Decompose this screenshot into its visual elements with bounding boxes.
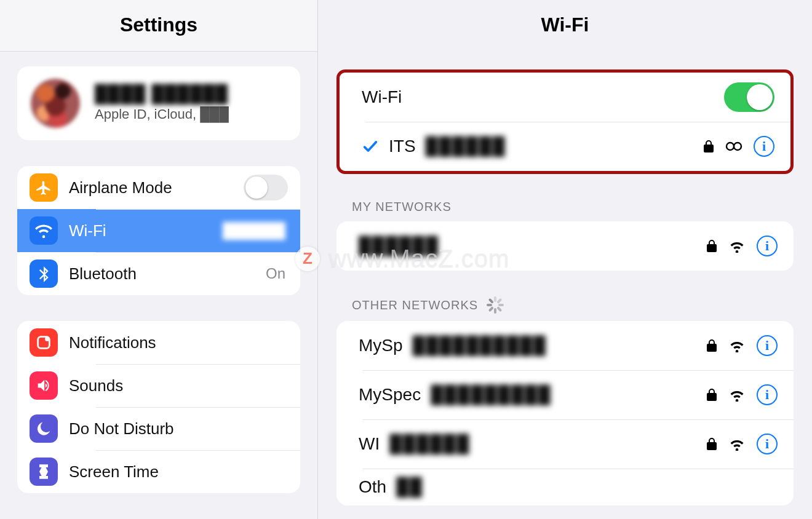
network-prefix: Oth bbox=[359, 477, 386, 497]
network-row[interactable]: MySpec█████████ i bbox=[336, 370, 794, 419]
wifi-signal-icon bbox=[728, 339, 746, 352]
wifi-icon bbox=[30, 216, 58, 245]
sounds-icon bbox=[30, 371, 58, 400]
bluetooth-value: On bbox=[266, 265, 285, 282]
info-button[interactable]: i bbox=[757, 434, 778, 454]
group-connectivity: Airplane Mode Wi-Fi ██████ Bluetooth On bbox=[17, 166, 300, 295]
account-name: ████ ██████ bbox=[95, 84, 229, 104]
detail-title: Wi-Fi bbox=[318, 0, 812, 51]
lock-icon bbox=[706, 239, 717, 253]
checkmark-icon bbox=[362, 138, 379, 155]
network-row[interactable]: ██████ i bbox=[336, 221, 794, 271]
network-prefix: WI bbox=[359, 434, 380, 454]
connected-name-rest: ██████ bbox=[426, 137, 506, 156]
wifi-signal-icon bbox=[728, 388, 746, 402]
user-avatar bbox=[31, 79, 80, 128]
dnd-label: Do Not Disturb bbox=[69, 419, 288, 438]
network-prefix: MySp bbox=[359, 336, 403, 355]
lock-icon bbox=[706, 437, 717, 451]
row-bluetooth[interactable]: Bluetooth On bbox=[17, 252, 300, 295]
row-airplane-mode[interactable]: Airplane Mode bbox=[17, 166, 300, 209]
network-rest: ██████████ bbox=[413, 336, 547, 355]
lock-icon bbox=[703, 140, 714, 153]
network-name: ██████ bbox=[359, 236, 439, 256]
row-notifications[interactable]: Notifications bbox=[17, 321, 300, 364]
row-do-not-disturb[interactable]: Do Not Disturb bbox=[17, 407, 300, 450]
airplane-label: Airplane Mode bbox=[69, 178, 233, 197]
account-card[interactable]: ████ ██████ Apple ID, iCloud, ███ bbox=[17, 66, 300, 140]
info-button[interactable]: i bbox=[757, 335, 778, 356]
my-networks-header: MY NETWORKS bbox=[352, 200, 812, 214]
account-sub: Apple ID, iCloud, ███ bbox=[95, 106, 229, 122]
bluetooth-icon bbox=[30, 260, 58, 288]
wifi-label: Wi-Fi bbox=[69, 221, 212, 240]
notifications-label: Notifications bbox=[69, 333, 288, 352]
info-button[interactable]: i bbox=[757, 384, 778, 405]
network-row[interactable]: MySp██████████ i bbox=[336, 321, 794, 370]
notifications-icon bbox=[30, 328, 58, 357]
wifi-signal-icon bbox=[728, 239, 746, 253]
other-networks-header: OTHER NETWORKS bbox=[352, 296, 812, 314]
sidebar-title: Settings bbox=[0, 0, 317, 52]
moon-icon bbox=[30, 414, 58, 443]
chain-icon bbox=[725, 140, 742, 153]
svg-point-1 bbox=[45, 336, 49, 341]
network-rest: ██████ bbox=[389, 434, 470, 454]
wifi-toggle-row[interactable]: Wi-Fi bbox=[340, 73, 790, 122]
network-prefix: MySpec bbox=[359, 385, 421, 405]
settings-sidebar: Settings ████ ██████ Apple ID, iCloud, █… bbox=[0, 0, 318, 519]
info-button[interactable]: i bbox=[754, 136, 774, 157]
wifi-detail-pane: Wi-Fi Wi-Fi ITS██████ i MY NETWORKS bbox=[318, 0, 812, 519]
network-rest: ██ bbox=[396, 477, 423, 497]
wifi-primary-group: Wi-Fi ITS██████ i bbox=[336, 69, 794, 174]
group-general: Notifications Sounds Do Not Disturb Scre… bbox=[17, 321, 300, 493]
row-screen-time[interactable]: Screen Time bbox=[17, 450, 300, 493]
wifi-toggle-label: Wi-Fi bbox=[362, 87, 402, 107]
screentime-label: Screen Time bbox=[69, 462, 288, 481]
row-sounds[interactable]: Sounds bbox=[17, 364, 300, 407]
info-button[interactable]: i bbox=[757, 236, 778, 256]
row-wifi[interactable]: Wi-Fi ██████ bbox=[17, 209, 300, 252]
other-networks-group: MySp██████████ i MySpec█████████ i WI███… bbox=[336, 321, 794, 505]
svg-point-2 bbox=[726, 143, 734, 150]
airplane-icon bbox=[30, 173, 58, 202]
spinner-icon bbox=[487, 296, 504, 314]
connected-name-prefix: ITS bbox=[389, 137, 416, 156]
network-row[interactable]: WI██████ i bbox=[336, 419, 794, 469]
screentime-icon bbox=[30, 458, 58, 486]
wifi-switch[interactable] bbox=[724, 82, 774, 112]
lock-icon bbox=[706, 339, 717, 352]
airplane-switch[interactable] bbox=[244, 175, 288, 200]
lock-icon bbox=[706, 388, 717, 402]
my-networks-group: ██████ i bbox=[336, 221, 794, 271]
wifi-value: ██████ bbox=[223, 222, 285, 239]
bluetooth-label: Bluetooth bbox=[69, 264, 255, 283]
sounds-label: Sounds bbox=[69, 376, 288, 395]
connected-network-row[interactable]: ITS██████ i bbox=[340, 122, 790, 171]
wifi-signal-icon bbox=[728, 437, 746, 451]
svg-point-3 bbox=[734, 143, 741, 150]
network-row[interactable]: Oth██ bbox=[336, 469, 794, 505]
network-rest: █████████ bbox=[431, 385, 552, 405]
